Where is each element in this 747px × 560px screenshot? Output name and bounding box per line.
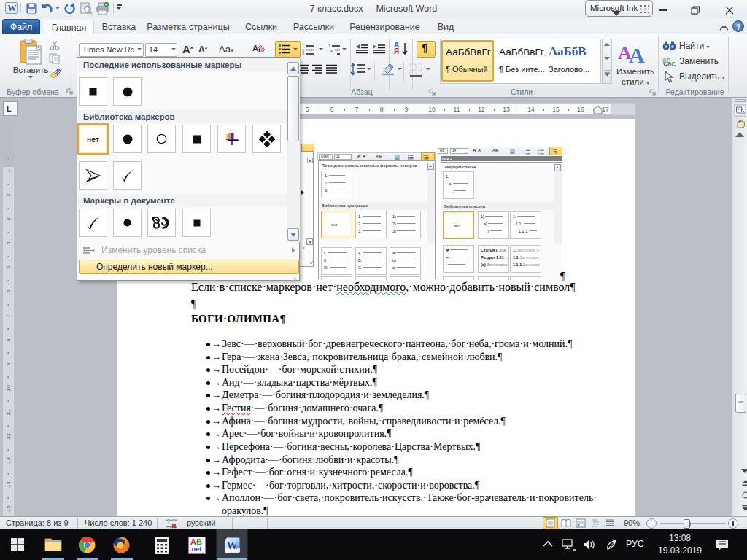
svg-text:3: 3	[538, 152, 540, 154]
svg-text:i: i	[554, 152, 554, 154]
svg-text:ac: ac	[667, 60, 676, 67]
svg-text:3: 3	[302, 52, 304, 55]
svg-text:W: W	[227, 540, 238, 551]
svg-text:А: А	[629, 43, 645, 65]
svg-text:3: 3	[423, 158, 425, 160]
svg-text:i: i	[333, 52, 333, 55]
svg-text:А: А	[252, 44, 258, 52]
